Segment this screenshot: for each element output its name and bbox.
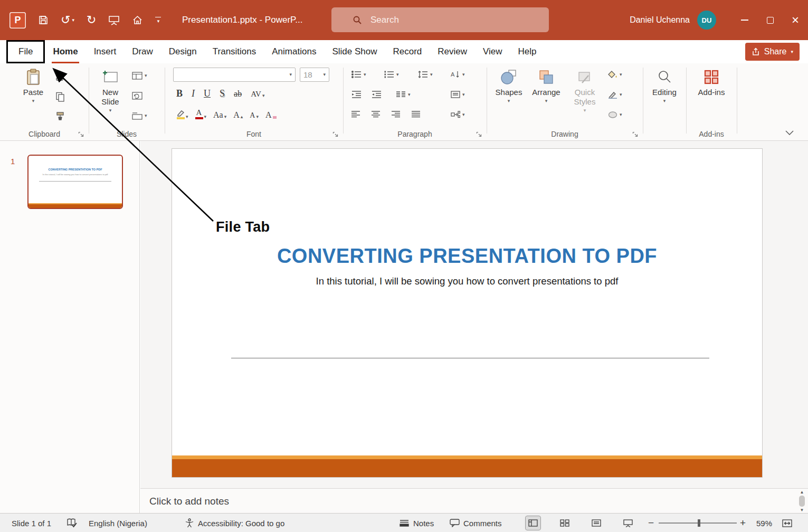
minimize-button[interactable] xyxy=(732,0,757,40)
collapse-ribbon-button[interactable] xyxy=(785,130,794,135)
layout-button[interactable]: ▾ xyxy=(132,72,147,80)
tab-help[interactable]: Help xyxy=(510,40,545,63)
comments-toggle-button[interactable]: Comments xyxy=(450,514,502,532)
zoom-slider[interactable] xyxy=(659,514,737,532)
scroll-down-icon[interactable]: ▼ xyxy=(800,508,804,512)
home-button[interactable] xyxy=(132,15,143,25)
justify-button[interactable] xyxy=(412,111,421,118)
customize-toolbar-button[interactable]: ▾ xyxy=(155,17,161,24)
scroll-up-icon[interactable]: ▲ xyxy=(800,490,804,495)
tab-file[interactable]: File xyxy=(6,40,45,63)
italic-button[interactable]: I xyxy=(192,89,195,98)
avatar[interactable]: DU xyxy=(697,11,716,30)
slideshow-view-button[interactable] xyxy=(621,516,635,530)
addins-button[interactable]: Add-ins xyxy=(696,68,727,97)
notes-toggle-button[interactable]: Notes xyxy=(399,514,434,532)
language-button[interactable]: English (Nigeria) xyxy=(89,514,147,532)
character-spacing-button[interactable]: AV▾ xyxy=(251,90,264,98)
clipboard-dialog-launcher[interactable] xyxy=(78,131,84,137)
tab-view[interactable]: View xyxy=(475,40,510,63)
clear-formatting-button[interactable]: A xyxy=(265,111,277,119)
section-button[interactable]: ▾ xyxy=(132,112,147,120)
search-box[interactable]: Search xyxy=(331,7,549,32)
normal-view-button[interactable] xyxy=(526,516,540,530)
line-spacing-button[interactable]: ▾ xyxy=(418,71,433,78)
slide-sorter-view-button[interactable] xyxy=(557,516,572,530)
zoom-level[interactable]: 59% xyxy=(756,514,772,532)
text-shadow-button[interactable]: S xyxy=(220,89,225,98)
shape-effects-button[interactable]: ▾ xyxy=(608,111,622,119)
start-slideshow-button[interactable] xyxy=(108,15,120,25)
copy-button[interactable] xyxy=(53,90,68,103)
quick-styles-button[interactable]: Quick Styles ▾ xyxy=(568,68,601,113)
font-dialog-launcher[interactable] xyxy=(332,131,338,137)
bold-button[interactable]: B xyxy=(176,89,183,98)
tab-animations[interactable]: Animations xyxy=(264,40,324,63)
zoom-out-button[interactable]: − xyxy=(648,514,654,532)
drawing-dialog-launcher[interactable] xyxy=(632,131,638,137)
change-case-button[interactable]: Aa▾ xyxy=(213,111,226,119)
accessibility-button[interactable]: Accessibility: Good to go xyxy=(185,514,284,532)
undo-button[interactable]: ↺▾ xyxy=(61,14,74,26)
font-color-button[interactable]: A ▾ xyxy=(195,109,207,119)
text-direction-button[interactable]: A ▾ xyxy=(451,71,465,78)
align-right-button[interactable] xyxy=(392,111,401,118)
font-name-combo[interactable]: ▾ xyxy=(173,68,296,82)
slide-title[interactable]: CONVERTING PRESENTATION TO PDF xyxy=(172,245,762,268)
paragraph-dialog-launcher[interactable] xyxy=(476,131,482,137)
maximize-button[interactable] xyxy=(757,0,783,40)
slide[interactable]: CONVERTING PRESENTATION TO PDF In this t… xyxy=(172,148,763,478)
tab-slide-show[interactable]: Slide Show xyxy=(324,40,385,63)
tab-transitions[interactable]: Transitions xyxy=(205,40,264,63)
paste-button[interactable]: Paste ▾ xyxy=(17,68,50,103)
shrink-font-button[interactable]: A▾ xyxy=(250,112,259,119)
grow-font-button[interactable]: A▴ xyxy=(233,111,243,119)
user-name[interactable]: Daniel Uchenna xyxy=(630,15,690,25)
tab-draw[interactable]: Draw xyxy=(124,40,161,63)
reset-slide-button[interactable] xyxy=(132,92,142,100)
save-button[interactable] xyxy=(38,15,49,25)
notes-placeholder[interactable]: Click to add notes xyxy=(149,489,229,514)
format-painter-button[interactable] xyxy=(53,109,68,123)
zoom-in-button[interactable]: + xyxy=(740,514,746,532)
editing-button[interactable]: Editing ▾ xyxy=(649,68,680,103)
text-highlight-button[interactable]: ▾ xyxy=(176,110,188,119)
redo-button[interactable]: ↻ xyxy=(87,14,96,26)
scrollbar-thumb[interactable] xyxy=(799,496,805,507)
tab-record[interactable]: Record xyxy=(385,40,430,63)
columns-button[interactable]: ▾ xyxy=(396,91,411,98)
cut-button[interactable] xyxy=(53,69,68,83)
tab-review[interactable]: Review xyxy=(430,40,475,63)
underline-button[interactable]: U xyxy=(204,89,211,98)
numbering-button[interactable]: ▾ xyxy=(384,71,399,78)
strikethrough-button[interactable]: ab xyxy=(234,90,242,98)
shape-fill-button[interactable]: ▾ xyxy=(608,71,622,79)
align-text-button[interactable]: ▾ xyxy=(451,91,465,98)
fit-to-window-button[interactable] xyxy=(782,514,792,532)
slide-subtitle[interactable]: In this tutorial, I will be sowing you h… xyxy=(172,276,762,287)
shape-outline-button[interactable]: ▾ xyxy=(608,91,622,99)
zoom-slider-track[interactable] xyxy=(659,522,737,524)
reading-view-button[interactable] xyxy=(589,516,604,530)
bullets-button[interactable]: ▾ xyxy=(351,71,366,78)
notes-pane[interactable]: Click to add notes ▲ ▼ xyxy=(140,488,808,513)
spell-check-button[interactable] xyxy=(66,514,77,532)
align-center-button[interactable] xyxy=(372,111,381,118)
tab-insert[interactable]: Insert xyxy=(86,40,125,63)
increase-indent-button[interactable] xyxy=(372,91,382,98)
close-button[interactable]: × xyxy=(783,0,808,40)
vertical-scrollbar[interactable]: ▲ ▼ xyxy=(797,490,806,512)
zoom-slider-thumb[interactable] xyxy=(698,519,700,527)
font-size-combo[interactable]: 18 ▾ xyxy=(300,68,329,82)
arrange-button[interactable]: Arrange ▾ xyxy=(530,68,562,103)
shapes-button[interactable]: Shapes ▾ xyxy=(493,68,525,103)
new-slide-button[interactable]: New Slide ▾ xyxy=(95,68,126,113)
convert-smartart-button[interactable]: ▾ xyxy=(451,111,465,118)
slide-thumbnail[interactable]: CONVERTING PRESENTATION TO PDF In this t… xyxy=(27,155,123,209)
slide-indicator[interactable]: Slide 1 of 1 xyxy=(12,514,51,532)
align-left-button[interactable] xyxy=(351,111,360,118)
decrease-indent-button[interactable] xyxy=(351,91,362,98)
powerpoint-logo-icon[interactable]: P xyxy=(9,12,26,28)
share-button[interactable]: Share ▾ xyxy=(745,43,800,61)
tab-design[interactable]: Design xyxy=(161,40,205,63)
